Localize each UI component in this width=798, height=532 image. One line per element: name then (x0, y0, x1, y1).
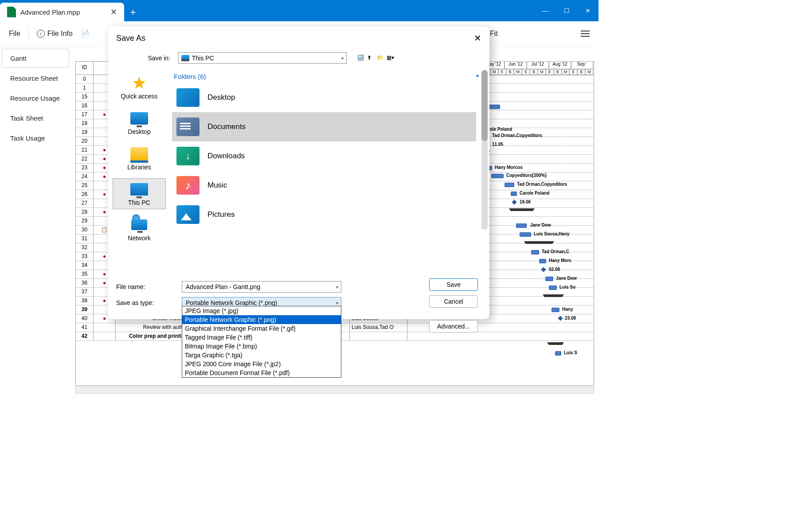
document-tab[interactable]: Advanced Plan.mpp ✕ (0, 3, 124, 21)
gantt-label: Hany Morc (549, 258, 571, 263)
place-desktop[interactable]: Desktop (113, 107, 166, 138)
gantt-bar[interactable] (539, 259, 546, 263)
gantt-label: 19.06 (520, 200, 531, 204)
desktop-folder-icon (176, 88, 200, 107)
hamburger-menu[interactable] (581, 31, 590, 37)
back-icon[interactable]: 🔙 (357, 55, 364, 62)
nav-resource-sheet[interactable]: Resource Sheet (2, 69, 69, 88)
nav-gantt[interactable]: Gantt (2, 49, 69, 68)
title-bar: Advanced Plan.mpp ✕ ＋ — ☐ ✕ (0, 0, 598, 21)
place-quick-access[interactable]: ★ Quick access (113, 72, 166, 103)
save-in-combo[interactable]: This PC ▾ (178, 52, 347, 64)
chevron-down-icon[interactable]: ▾ (336, 285, 338, 289)
nav-task-sheet[interactable]: Task Sheet (2, 109, 69, 128)
gantt-milestone[interactable] (558, 316, 563, 321)
this-pc-icon (181, 55, 189, 61)
maximize-button[interactable]: ☐ (556, 0, 577, 21)
save-button[interactable]: Save (429, 278, 478, 291)
place-label: Libraries (127, 164, 151, 171)
chevron-down-icon[interactable]: ▾ (336, 301, 338, 305)
file-icon (7, 7, 16, 17)
gantt-label: Luis So (559, 285, 575, 289)
dropdown-option[interactable]: Targa Graphic (*.tga) (182, 351, 341, 360)
gantt-bar[interactable] (531, 250, 539, 254)
dropdown-option[interactable]: Portable Document Format File (*.pdf) (182, 368, 341, 377)
scrollbar-thumb[interactable] (481, 70, 488, 141)
gantt-bar[interactable] (505, 183, 514, 187)
dialog-close-button[interactable]: ✕ (474, 33, 481, 43)
minimize-button[interactable]: — (535, 0, 556, 21)
this-pc-icon (130, 183, 148, 196)
file-info-button[interactable]: i File Info (37, 30, 73, 38)
monitor-icon (130, 112, 148, 125)
folder-documents[interactable]: Documents (172, 112, 476, 141)
export-button[interactable]: 📄 (81, 29, 90, 38)
gantt-chart[interactable]: May '12Jun '12Jul '12Aug '12Sep ' BMEBME… (482, 61, 593, 386)
gantt-bar[interactable] (552, 308, 559, 312)
folder-desktop[interactable]: Desktop (172, 83, 476, 112)
dialog-body: ★ Quick access Desktop Libraries This PC… (108, 68, 489, 278)
folders-header[interactable]: Folders (6) (172, 70, 489, 83)
nav-resource-usage[interactable]: Resource Usage (2, 89, 69, 108)
folder-music[interactable]: ♪ Music (172, 171, 476, 200)
collapse-icon[interactable]: ▴ (476, 72, 479, 78)
gantt-summary[interactable] (526, 241, 552, 244)
gantt-bar[interactable] (545, 277, 553, 281)
pictures-folder-icon (176, 205, 200, 224)
close-window-button[interactable]: ✕ (577, 0, 598, 21)
dialog-toolbar: 🔙 ⬆ 📁 ▦▾ (357, 55, 394, 62)
folder-pictures[interactable]: Pictures (172, 200, 476, 229)
view-menu-icon[interactable]: ▦▾ (387, 55, 394, 62)
gantt-bar[interactable] (516, 223, 527, 228)
folder-downloads[interactable]: ↓ Downloads (172, 141, 476, 171)
place-network[interactable]: Network (113, 214, 166, 245)
gantt-summary[interactable] (549, 342, 562, 345)
place-this-pc[interactable]: This PC (113, 178, 166, 209)
dialog-header: Save As ✕ (108, 27, 489, 50)
gantt-sub: BMEBMEBMEBMEBM (482, 69, 593, 75)
gantt-milestone[interactable] (512, 200, 516, 204)
dropdown-option[interactable]: JPEG 2000 Core Image File (*.jp2) (182, 360, 341, 368)
file-menu[interactable]: File (9, 30, 20, 38)
gantt-bar[interactable] (520, 232, 531, 237)
gantt-label: 11.05 (492, 142, 503, 147)
gantt-bar[interactable] (491, 174, 504, 178)
dropdown-option[interactable]: Graphical Interchange Format File (*.gif… (182, 324, 341, 333)
new-tab-button[interactable]: ＋ (124, 3, 142, 21)
places-bar: ★ Quick access Desktop Libraries This PC… (108, 68, 170, 278)
save-type-label: Save as type: (116, 299, 174, 306)
gantt-bar[interactable] (511, 192, 517, 196)
dropdown-option[interactable]: Tagged Image File (*.tiff) (182, 333, 341, 342)
close-tab-icon[interactable]: ✕ (110, 7, 117, 17)
gantt-bar[interactable] (555, 351, 561, 356)
file-name-input[interactable]: Advanced Plan - Gantt.png ▾ (182, 281, 341, 293)
nav-task-usage[interactable]: Task Usage (2, 129, 69, 148)
gantt-milestone[interactable] (541, 267, 546, 272)
gantt-bar[interactable] (549, 286, 557, 290)
gantt-summary[interactable] (544, 294, 562, 297)
up-icon[interactable]: ⬆ (367, 55, 374, 62)
vertical-scrollbar[interactable] (481, 70, 488, 230)
new-folder-icon[interactable]: 📁 (377, 55, 384, 62)
cancel-button[interactable]: Cancel (429, 295, 478, 308)
place-libraries[interactable]: Libraries (113, 143, 166, 174)
save-in-label: Save in: (116, 55, 174, 62)
save-in-row: Save in: This PC ▾ 🔙 ⬆ 📁 ▦▾ (108, 50, 489, 68)
save-type-dropdown[interactable]: JPEG Image (*.jpg)Portable Network Graph… (182, 306, 341, 378)
gantt-label: Tad Orman,Copyeditors (517, 182, 567, 187)
col-id[interactable]: ID (76, 62, 94, 74)
horizontal-scrollbar[interactable] (75, 387, 594, 394)
gantt-summary[interactable] (511, 208, 533, 211)
gantt-label: Hany (562, 307, 573, 312)
dropdown-option[interactable]: Portable Network Graphic (*.png) (182, 315, 341, 324)
dropdown-option[interactable]: Bitmap Image File (*.bmp) (182, 342, 341, 351)
chevron-down-icon: ▾ (341, 56, 344, 61)
gantt-label: 02.08 (549, 267, 560, 272)
star-icon: ★ (129, 75, 149, 91)
dropdown-option[interactable]: JPEG Image (*.jpg) (182, 306, 341, 315)
folder-label: Pictures (207, 210, 235, 219)
advanced-button[interactable]: Advanced... (429, 320, 478, 332)
folder-list[interactable]: Folders (6) ▴ Desktop Documents ↓ Downlo… (170, 68, 489, 278)
libraries-icon (130, 147, 148, 160)
network-icon (129, 217, 149, 233)
